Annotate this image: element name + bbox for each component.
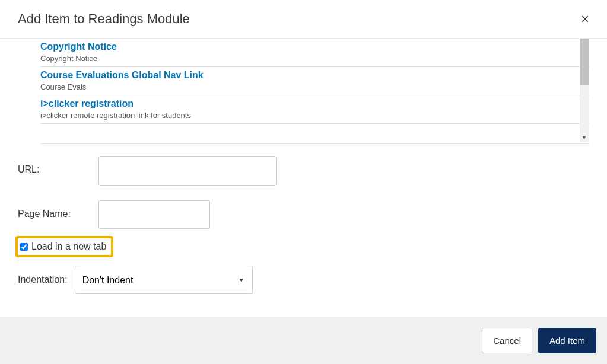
item-title-link[interactable]: i>clicker registration	[40, 98, 589, 111]
load-new-tab-checkbox[interactable]	[20, 243, 28, 251]
page-name-input[interactable]	[98, 200, 210, 229]
form-area: URL: Page Name: Load in a new tab Indent…	[18, 144, 589, 294]
dialog-content: Copyright Notice Copyright Notice Course…	[0, 39, 607, 294]
page-name-row: Page Name:	[18, 200, 589, 229]
url-row: URL:	[18, 156, 589, 186]
item-list[interactable]: Copyright Notice Copyright Notice Course…	[40, 39, 589, 144]
add-item-button[interactable]: Add Item	[538, 328, 596, 353]
list-item[interactable]: Course Evaluations Global Nav Link Cours…	[40, 67, 589, 95]
item-subtitle: Course Evals	[40, 82, 589, 91]
item-subtitle: Copyright Notice	[40, 54, 589, 63]
close-icon[interactable]: ×	[581, 11, 589, 27]
page-name-label: Page Name:	[18, 209, 77, 219]
indentation-select-wrap: Don't Indent	[75, 266, 253, 294]
list-item[interactable]: i>clicker registration i>clicker remote …	[40, 95, 589, 124]
indentation-label: Indentation:	[18, 274, 68, 285]
item-title-link[interactable]: Course Evaluations Global Nav Link	[40, 70, 589, 82]
item-title-link[interactable]: Copyright Notice	[40, 41, 589, 54]
indentation-row: Indentation: Don't Indent	[18, 266, 589, 294]
load-new-tab-label: Load in a new tab	[31, 241, 106, 252]
dialog-footer: Cancel Add Item	[0, 317, 607, 364]
load-new-tab-highlight: Load in a new tab	[15, 236, 113, 257]
cancel-button[interactable]: Cancel	[482, 328, 532, 353]
list-item[interactable]: Copyright Notice Copyright Notice	[40, 39, 589, 67]
dialog-title: Add Item to Readings Module	[18, 11, 190, 27]
item-subtitle: i>clicker remote registration link for s…	[40, 111, 589, 120]
url-input[interactable]	[98, 156, 277, 186]
indentation-select[interactable]: Don't Indent	[75, 266, 253, 294]
scrollbar-thumb[interactable]	[580, 39, 589, 85]
dialog-header: Add Item to Readings Module ×	[0, 0, 607, 39]
scrollbar-down-icon[interactable]: ▼	[580, 132, 589, 142]
url-label: URL:	[18, 164, 45, 175]
